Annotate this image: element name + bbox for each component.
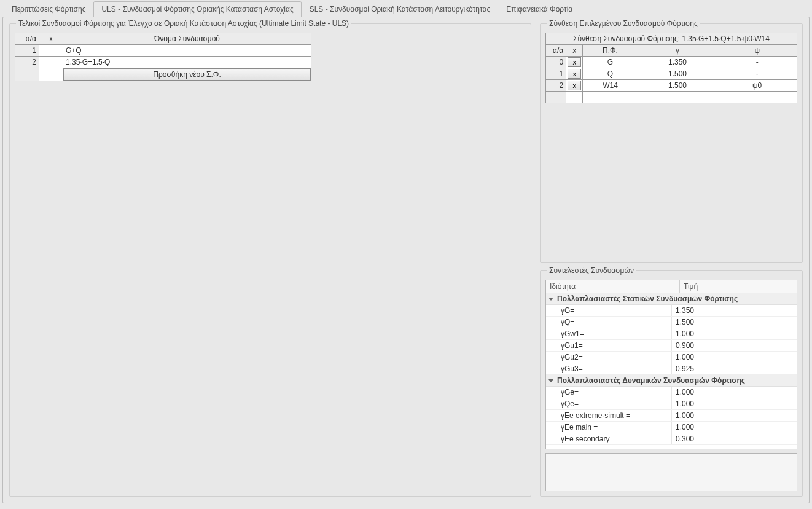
uls-group-title: Τελικοί Συνδυασμοί Φόρτισης για Έλεγχο σ… xyxy=(16,19,351,28)
table-row-empty[interactable] xyxy=(546,92,797,103)
property-row[interactable]: γG=1.350 xyxy=(546,305,797,317)
add-combination-button[interactable]: Προσθήκη νέου Σ.Φ. xyxy=(63,68,311,81)
description-panel xyxy=(545,453,797,491)
property-row[interactable]: γEe main =1.000 xyxy=(546,422,797,433)
property-row[interactable]: γQe=1.000 xyxy=(546,398,797,410)
uls-combinations-group: Τελικοί Συνδυασμοί Φόρτισης για Έλεγχο σ… xyxy=(9,23,531,497)
row-index: 2 xyxy=(15,57,39,68)
composition-title: Σύνθεση Συνδυασμού Φόρτισης: 1.35·G+1.5·… xyxy=(546,33,797,45)
property-row[interactable]: γQ=1.500 xyxy=(546,317,797,328)
table-row[interactable]: 2 1.35·G+1.5·Q xyxy=(15,57,311,68)
table-row[interactable]: 0 x G 1.350 - xyxy=(546,57,797,68)
col-index: α/α xyxy=(15,33,39,45)
coefficients-group: Συντελεστές Συνδυασμών Ιδιότητα Τιμή Πολ… xyxy=(540,270,803,497)
property-row[interactable]: γGu3=0.925 xyxy=(546,363,797,375)
header-value: Τιμή xyxy=(680,280,797,293)
header-property: Ιδιότητα xyxy=(546,280,680,293)
tab-uls[interactable]: ULS - Συνδυασμοί Φόρτισης Οριακής Κατάστ… xyxy=(93,1,301,17)
col-psi: ψ xyxy=(717,45,797,57)
col-x: x xyxy=(566,45,583,57)
row-x[interactable] xyxy=(39,45,63,57)
tab-load-cases[interactable]: Περιπτώσεις Φόρτισης xyxy=(4,1,93,17)
tab-bar: Περιπτώσεις Φόρτισης ULS - Συνδυασμοί Φό… xyxy=(0,0,812,17)
property-row[interactable]: γGu2=1.000 xyxy=(546,352,797,363)
combinations-table[interactable]: α/α x Όνομα Συνδυασμού 1 G+Q 2 1.35·G+1.… xyxy=(15,33,311,81)
tab-content: Τελικοί Συνδυασμοί Φόρτισης για Έλεγχο σ… xyxy=(2,17,810,503)
col-gamma: γ xyxy=(638,45,717,57)
row-name[interactable]: 1.35·G+1.5·Q xyxy=(63,57,311,68)
app-window: Περιπτώσεις Φόρτισης ULS - Συνδυασμοί Φό… xyxy=(0,0,812,509)
coefficients-group-title: Συντελεστές Συνδυασμών xyxy=(547,266,636,275)
row-name[interactable]: G+Q xyxy=(63,45,311,57)
property-row[interactable]: γEe extreme-simult =1.000 xyxy=(546,410,797,422)
composition-group: Σύνθεση Επιλεγμένου Συνδυασμού Φόρτισης … xyxy=(540,23,803,263)
property-row[interactable]: γGe=1.000 xyxy=(546,387,797,398)
row-x[interactable] xyxy=(39,57,63,68)
chevron-down-icon xyxy=(548,298,553,301)
col-x: x xyxy=(39,33,63,45)
delete-row-button[interactable]: x xyxy=(568,81,581,90)
property-grid[interactable]: Ιδιότητα Τιμή Πολλαπλασιαστές Στατικών Σ… xyxy=(545,280,797,449)
property-row[interactable]: γEe secondary =0.300 xyxy=(546,433,797,445)
col-index: α/α xyxy=(546,45,566,57)
delete-row-button[interactable]: x xyxy=(568,57,581,67)
table-row-add: Προσθήκη νέου Σ.Φ. xyxy=(15,68,311,81)
row-index: 1 xyxy=(15,45,39,57)
chevron-down-icon xyxy=(548,379,553,382)
group-dynamic[interactable]: Πολλαπλασιαστές Δυναμικών Συνδυασμών Φόρ… xyxy=(546,375,797,387)
property-row[interactable]: γGu1=0.900 xyxy=(546,340,797,352)
tab-surface-loads[interactable]: Επιφανειακά Φορτία xyxy=(498,1,580,17)
table-row[interactable]: 1 x Q 1.500 - xyxy=(546,68,797,80)
property-row[interactable]: γGw1=1.000 xyxy=(546,328,797,340)
group-static[interactable]: Πολλαπλασιαστές Στατικών Συνδυασμών Φόρτ… xyxy=(546,293,797,305)
table-row[interactable]: 1 G+Q xyxy=(15,45,311,57)
property-grid-header: Ιδιότητα Τιμή xyxy=(546,280,797,293)
table-row[interactable]: 2 x W14 1.500 ψ0 xyxy=(546,80,797,92)
delete-row-button[interactable]: x xyxy=(568,69,581,79)
composition-table[interactable]: Σύνθεση Συνδυασμού Φόρτισης: 1.35·G+1.5·… xyxy=(545,33,797,103)
composition-group-title: Σύνθεση Επιλεγμένου Συνδυασμού Φόρτισης xyxy=(547,19,700,28)
col-pf: Π.Φ. xyxy=(583,45,638,57)
col-name: Όνομα Συνδυασμού xyxy=(63,33,311,45)
tab-sls[interactable]: SLS - Συνδυασμοί Οριακή Κατάσταση Λειτου… xyxy=(302,1,499,17)
